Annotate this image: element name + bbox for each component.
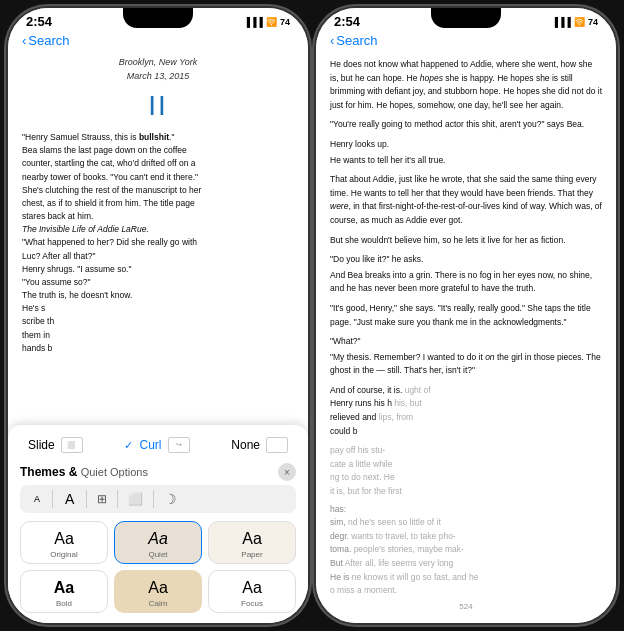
- status-bar-left: 2:54 ▐▐▐ 🛜 74: [8, 8, 308, 31]
- font-controls-bar: A A ⊞ ⬜ ☽: [20, 485, 296, 513]
- status-bar-right: 2:54 ▐▐▐ 🛜 74: [316, 8, 616, 31]
- signal-icon-right: ▐▐▐: [552, 17, 571, 27]
- time-right: 2:54: [334, 14, 360, 29]
- scroll-slide[interactable]: Slide ⬜: [20, 433, 91, 457]
- close-button[interactable]: ×: [278, 463, 296, 481]
- theme-focus-card[interactable]: Aa Focus: [208, 570, 296, 613]
- status-icons-right: ▐▐▐ 🛜 74: [552, 17, 598, 27]
- overlay-panel: Slide ⬜ ✓ Curl ↪ None Themes & Quie: [8, 425, 308, 623]
- battery-icon: 74: [280, 17, 290, 27]
- theme-calm-label: Calm: [149, 599, 168, 608]
- slide-icon: ⬜: [61, 437, 83, 453]
- app-container: 2:54 ▐▐▐ 🛜 74 ‹ Search Brooklyn, New Yor…: [0, 0, 624, 631]
- chevron-left-icon-right: ‹: [330, 33, 334, 48]
- check-icon: ✓: [124, 439, 133, 452]
- theme-paper-card[interactable]: Aa Paper: [208, 521, 296, 564]
- left-screen: 2:54 ▐▐▐ 🛜 74 ‹ Search Brooklyn, New Yor…: [8, 8, 308, 623]
- slide-label: Slide: [28, 438, 55, 452]
- theme-paper-label: Paper: [241, 550, 262, 559]
- book-content-left: Brooklyn, New York March 13, 2015 II "He…: [8, 52, 308, 355]
- book-content-right: He does not know what happened to Addie,…: [316, 52, 616, 598]
- brightness-icon[interactable]: ☽: [160, 489, 181, 509]
- font-type-icon[interactable]: ⊞: [93, 490, 111, 508]
- time-left: 2:54: [26, 14, 52, 29]
- chapter-number: II: [22, 85, 294, 127]
- theme-quiet-card[interactable]: Aa Quiet: [114, 521, 202, 564]
- left-phone: 2:54 ▐▐▐ 🛜 74 ‹ Search Brooklyn, New Yor…: [8, 8, 308, 623]
- themes-title: Themes & Quiet Options: [20, 465, 148, 479]
- theme-grid: Aa Original Aa Quiet Aa Paper Aa Bold: [20, 521, 296, 613]
- theme-bold-label: Bold: [56, 599, 72, 608]
- theme-bold-card[interactable]: Aa Bold: [20, 570, 108, 613]
- font-decrease-button[interactable]: A: [28, 492, 46, 506]
- status-icons-left: ▐▐▐ 🛜 74: [244, 17, 290, 27]
- curl-label: Curl: [139, 438, 161, 452]
- back-label-left: Search: [28, 33, 69, 48]
- themes-header: Themes & Quiet Options ×: [20, 463, 296, 481]
- back-button-right[interactable]: ‹ Search: [330, 33, 378, 48]
- theme-focus-label: Focus: [241, 599, 263, 608]
- scroll-styles-row: Slide ⬜ ✓ Curl ↪ None: [20, 433, 296, 457]
- separator-3: [117, 490, 118, 508]
- back-button-left[interactable]: ‹ Search: [22, 33, 70, 48]
- theme-calm-aa: Aa: [148, 579, 168, 597]
- scroll-none[interactable]: None: [223, 433, 296, 457]
- theme-quiet-aa: Aa: [148, 530, 168, 548]
- wifi-icon-right: 🛜: [574, 17, 585, 27]
- nav-bar-left: ‹ Search: [8, 31, 308, 52]
- theme-original-aa: Aa: [54, 530, 74, 548]
- back-label-right: Search: [336, 33, 377, 48]
- curl-icon: ↪: [168, 437, 190, 453]
- wifi-icon: 🛜: [266, 17, 277, 27]
- right-screen: 2:54 ▐▐▐ 🛜 74 ‹ Search He does not know …: [316, 8, 616, 623]
- scroll-curl[interactable]: ✓ Curl ↪: [116, 433, 197, 457]
- layout-icon[interactable]: ⬜: [124, 490, 147, 508]
- theme-paper-aa: Aa: [242, 530, 262, 548]
- page-number: 524: [316, 598, 616, 615]
- separator-2: [86, 490, 87, 508]
- theme-original-card[interactable]: Aa Original: [20, 521, 108, 564]
- separator-4: [153, 490, 154, 508]
- chevron-left-icon: ‹: [22, 33, 26, 48]
- none-icon: [266, 437, 288, 453]
- signal-icon: ▐▐▐: [244, 17, 263, 27]
- battery-icon-right: 74: [588, 17, 598, 27]
- close-icon: ×: [284, 467, 290, 478]
- theme-bold-aa: Aa: [54, 579, 74, 597]
- font-increase-button[interactable]: A: [59, 489, 80, 509]
- book-location: Brooklyn, New York March 13, 2015: [22, 56, 294, 83]
- nav-bar-right: ‹ Search: [316, 31, 616, 52]
- theme-quiet-label: Quiet: [148, 550, 167, 559]
- theme-calm-card[interactable]: Aa Calm: [114, 570, 202, 613]
- separator-1: [52, 490, 53, 508]
- theme-focus-aa: Aa: [242, 579, 262, 597]
- book-text-left: "Henry Samuel Strauss, this is bullshit.…: [22, 131, 294, 355]
- theme-original-label: Original: [50, 550, 78, 559]
- none-label: None: [231, 438, 260, 452]
- right-phone: 2:54 ▐▐▐ 🛜 74 ‹ Search He does not know …: [316, 8, 616, 623]
